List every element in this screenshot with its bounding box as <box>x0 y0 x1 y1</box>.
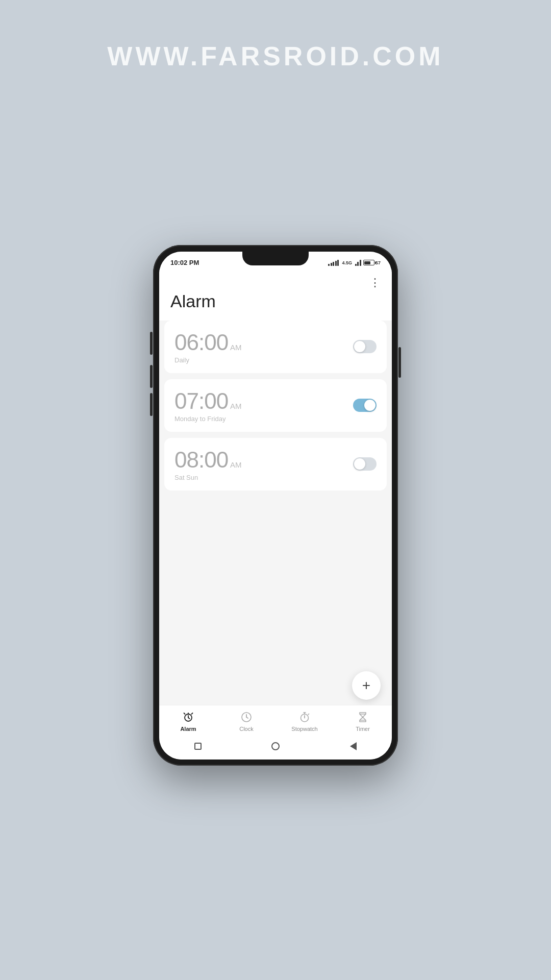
status-icons: 4.5G 57 <box>328 260 381 266</box>
nav-label-timer: Timer <box>356 726 370 732</box>
battery-level: 57 <box>375 260 381 265</box>
add-alarm-button[interactable]: + <box>352 671 381 700</box>
lte-icon: 4.5G <box>342 260 352 265</box>
signal-icon <box>328 260 339 266</box>
alarm-time-3: 08:00 AM <box>174 447 242 473</box>
bottom-nav: Alarm Clock <box>159 705 392 735</box>
recent-apps-button[interactable] <box>192 740 204 752</box>
alarm-ampm-1: AM <box>230 343 242 352</box>
nav-label-alarm: Alarm <box>180 726 196 732</box>
fab-area: + <box>159 663 392 705</box>
alarm-label-1: Daily <box>174 356 242 364</box>
alarm-item-1[interactable]: 06:00 AM Daily <box>164 321 387 373</box>
system-nav <box>159 735 392 760</box>
phone-frame: 10:02 PM 4.5G <box>153 245 398 766</box>
page-title: Alarm <box>159 291 392 321</box>
alarm-list: 06:00 AM Daily 07:00 AM <box>159 321 392 663</box>
nav-item-timer[interactable]: Timer <box>334 710 392 732</box>
svg-line-2 <box>188 718 190 719</box>
alarm-info-3: 08:00 AM Sat Sun <box>174 447 242 481</box>
nav-label-stopwatch: Stopwatch <box>291 726 317 732</box>
app-content: ⋮ Alarm 06:00 AM Daily <box>159 272 392 705</box>
alarm-toggle-1[interactable] <box>353 340 377 353</box>
nav-item-clock[interactable]: Clock <box>217 710 276 732</box>
nav-item-alarm[interactable]: Alarm <box>159 710 217 732</box>
alarm-nav-icon <box>182 710 195 724</box>
alarm-label-2: Monday to Friday <box>174 415 242 423</box>
watermark: WWW.FARSROID.COM <box>0 41 551 71</box>
svg-line-13 <box>308 714 309 715</box>
alarm-ampm-3: AM <box>230 460 242 469</box>
stopwatch-nav-icon <box>298 710 311 724</box>
phone-screen: 10:02 PM 4.5G <box>159 252 392 760</box>
notch <box>242 251 309 265</box>
home-button[interactable] <box>269 740 282 752</box>
alarm-hour-3: 08:00 <box>174 447 228 473</box>
svg-line-3 <box>184 713 185 714</box>
alarm-info-2: 07:00 AM Monday to Friday <box>174 388 242 423</box>
alarm-item-3[interactable]: 08:00 AM Sat Sun <box>164 438 387 491</box>
status-time: 10:02 PM <box>170 259 199 266</box>
alarm-time-1: 06:00 AM <box>174 330 242 355</box>
alarm-time-2: 07:00 AM <box>174 388 242 414</box>
nav-label-clock: Clock <box>239 726 254 732</box>
alarm-toggle-3[interactable] <box>353 457 377 471</box>
alarm-toggle-2[interactable] <box>353 399 377 412</box>
alarm-item-2[interactable]: 07:00 AM Monday to Friday <box>164 379 387 432</box>
timer-nav-icon <box>356 710 369 724</box>
wifi-icon <box>355 260 361 266</box>
battery-icon: 57 <box>363 260 381 265</box>
nav-item-stopwatch[interactable]: Stopwatch <box>276 710 334 732</box>
clock-nav-icon <box>240 710 253 724</box>
alarm-ampm-2: AM <box>230 402 242 410</box>
back-button[interactable] <box>347 740 359 752</box>
svg-line-8 <box>246 717 248 718</box>
app-header: ⋮ <box>159 272 392 291</box>
svg-line-4 <box>192 713 193 714</box>
more-menu-button[interactable]: ⋮ <box>369 277 381 288</box>
alarm-hour-2: 07:00 <box>174 388 228 414</box>
alarm-label-3: Sat Sun <box>174 474 242 481</box>
alarm-hour-1: 06:00 <box>174 330 228 355</box>
alarm-info-1: 06:00 AM Daily <box>174 330 242 364</box>
